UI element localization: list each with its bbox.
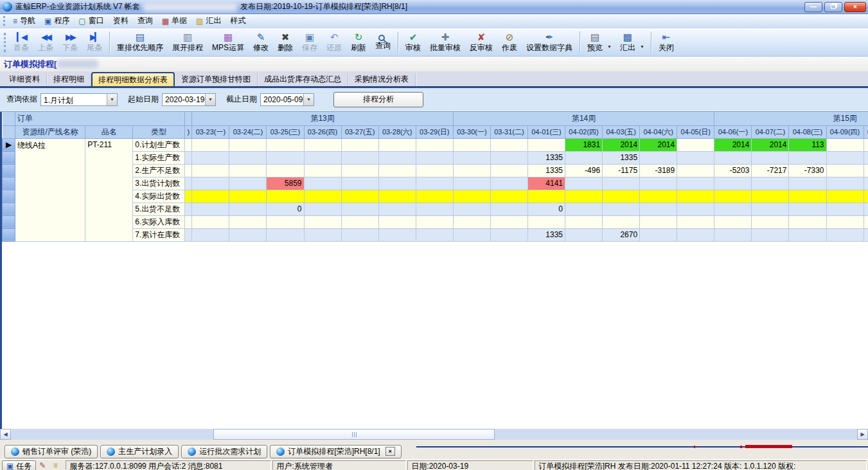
- grid-cell[interactable]: [677, 190, 714, 203]
- product-cell[interactable]: PT-211: [85, 138, 133, 241]
- grid-cell[interactable]: [490, 151, 527, 164]
- grid-cell[interactable]: [752, 190, 789, 203]
- row-indicator[interactable]: [3, 164, 15, 177]
- grid-cell[interactable]: 0: [267, 203, 304, 215]
- row-type-label[interactable]: 2.生产不足数: [133, 164, 185, 177]
- grid-cell[interactable]: -7330: [789, 164, 826, 177]
- close-button[interactable]: ×: [844, 2, 866, 12]
- toolbar-button-batch-approve[interactable]: ✚批量审核: [425, 30, 465, 55]
- menu-item-3[interactable]: 资料: [109, 14, 133, 28]
- grid-cell[interactable]: 1335: [603, 151, 640, 164]
- grid-cell[interactable]: 4141: [527, 177, 565, 190]
- row-type-label[interactable]: 3.出货计划数: [133, 177, 185, 190]
- row-indicator[interactable]: [3, 203, 15, 215]
- grid-cell[interactable]: [267, 164, 304, 177]
- row-indicator[interactable]: [3, 177, 15, 190]
- grid-cell[interactable]: [714, 228, 752, 241]
- grid-cell[interactable]: [378, 151, 416, 164]
- grid-cell[interactable]: [192, 215, 229, 228]
- toolbar-button-nav-first[interactable]: ▎◀首条: [9, 30, 33, 55]
- tab-1[interactable]: 排程明细: [47, 73, 91, 86]
- grid-cell[interactable]: [640, 190, 677, 203]
- grid-cell[interactable]: [752, 177, 789, 190]
- toolbar-button-reorder-priority[interactable]: ▤重排优先顺序: [112, 30, 168, 55]
- minimize-button[interactable]: —: [804, 2, 822, 12]
- mdi-tab-3[interactable]: 订单模拟排程[荣浩]RH[8/1]×: [270, 445, 401, 458]
- grid-cell[interactable]: [490, 138, 527, 151]
- menu-item-4[interactable]: 查询: [133, 14, 157, 28]
- grid-cell[interactable]: [341, 228, 378, 241]
- mdi-tab-0[interactable]: 销售订单评审 (荣浩): [4, 445, 98, 458]
- grid-cell[interactable]: [229, 190, 267, 203]
- grid-cell[interactable]: [714, 203, 752, 215]
- grid-cell[interactable]: [416, 177, 453, 190]
- grid-cell[interactable]: [341, 138, 378, 151]
- grid-cell[interactable]: [714, 177, 752, 190]
- clipped-cell[interactable]: [185, 151, 192, 164]
- grid-cell[interactable]: 1335: [527, 151, 565, 164]
- grid-cell[interactable]: 1335: [527, 228, 565, 241]
- grid-cell[interactable]: 2014: [640, 138, 677, 151]
- clipped-cell[interactable]: [185, 138, 192, 151]
- grid-cell[interactable]: [453, 190, 490, 203]
- scroll-left-arrow-icon[interactable]: ◀: [0, 429, 11, 440]
- grid-cell[interactable]: [864, 151, 868, 164]
- grid-cell[interactable]: [677, 138, 714, 151]
- toolbar-button-approve[interactable]: ✔审核: [401, 30, 425, 55]
- tab-2[interactable]: 排程明细数据分析表: [91, 72, 175, 86]
- row-indicator[interactable]: [3, 190, 15, 203]
- grid-cell[interactable]: -496: [565, 164, 603, 177]
- grid-cell[interactable]: [229, 138, 267, 151]
- grid-cell[interactable]: -5203: [714, 164, 752, 177]
- toolbar-button-nav-prev[interactable]: ◀◀上条: [33, 30, 58, 55]
- toolbar-button-edit[interactable]: ✎修改: [249, 30, 273, 55]
- grid-cell[interactable]: [378, 164, 416, 177]
- grid-cell[interactable]: [453, 215, 490, 228]
- grid-cell[interactable]: [267, 228, 304, 241]
- grid-cell[interactable]: [677, 203, 714, 215]
- grid-cell[interactable]: [826, 177, 864, 190]
- grid-cell[interactable]: [304, 203, 341, 215]
- toolbar-button-mps-run[interactable]: ▦MPS运算: [208, 30, 249, 55]
- grid-cell[interactable]: [229, 228, 267, 241]
- grid-cell[interactable]: [304, 215, 341, 228]
- grid-cell[interactable]: [826, 164, 864, 177]
- grid-cell[interactable]: 1831: [565, 138, 603, 151]
- row-indicator[interactable]: [3, 151, 15, 164]
- grid-cell[interactable]: [490, 215, 527, 228]
- grid-cell[interactable]: [453, 138, 490, 151]
- grid-cell[interactable]: [229, 164, 267, 177]
- grid-cell[interactable]: [304, 151, 341, 164]
- close-icon[interactable]: ×: [385, 447, 395, 456]
- restore-button[interactable]: [824, 2, 842, 12]
- row-type-label[interactable]: 7.累计在库数: [133, 228, 185, 241]
- grid-cell[interactable]: [341, 164, 378, 177]
- grid-cell[interactable]: [453, 164, 490, 177]
- toolbar-button-save[interactable]: ▣保存: [297, 30, 322, 55]
- grid-cell[interactable]: [603, 177, 640, 190]
- grid-cell[interactable]: [416, 228, 453, 241]
- grid-cell[interactable]: [565, 203, 603, 215]
- grid-cell[interactable]: [490, 228, 527, 241]
- grid-cell[interactable]: [789, 177, 826, 190]
- pen-icon[interactable]: ✎: [36, 460, 49, 470]
- grid-cell[interactable]: [640, 203, 677, 215]
- grid-cell[interactable]: [453, 151, 490, 164]
- grid-cell[interactable]: -1175: [603, 164, 640, 177]
- toolbar-button-data-dict[interactable]: ✒设置数据字典: [522, 30, 577, 55]
- chevron-down-icon[interactable]: ▼: [640, 44, 644, 49]
- toolbar-button-close-door[interactable]: ⇤关闭: [654, 30, 678, 55]
- grid-cell[interactable]: [603, 215, 640, 228]
- grid-cell[interactable]: [192, 228, 229, 241]
- grid-cell[interactable]: [603, 203, 640, 215]
- row-indicator[interactable]: [3, 215, 15, 228]
- grid-cell[interactable]: 2014: [714, 138, 752, 151]
- grid-cell[interactable]: [714, 215, 752, 228]
- grid-cell[interactable]: [527, 190, 565, 203]
- grid-cell[interactable]: 2670: [603, 228, 640, 241]
- menu-item-1[interactable]: ▣程序: [40, 14, 74, 28]
- row-type-label[interactable]: 6.实际入库数: [133, 215, 185, 228]
- toolbar-button-void[interactable]: ⊘作废: [497, 30, 522, 55]
- scrollbar-thumb[interactable]: [213, 429, 495, 440]
- tab-4[interactable]: 成品出货库存动态汇总: [258, 73, 348, 86]
